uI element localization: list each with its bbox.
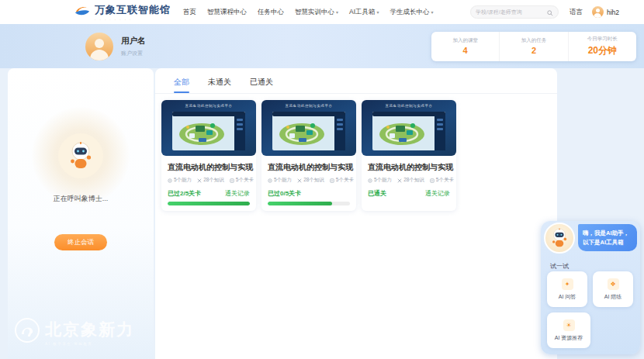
brand-subtitle: · · · · · · · · [95, 18, 171, 22]
brand-name: 万象互联智能馆 [95, 3, 171, 17]
course-title: 直流电动机的控制与实现 [368, 162, 450, 173]
stat-joined-tasks: 加入的任务 2 [499, 32, 567, 61]
stat-study-time: 今日学习时长 20分钟 [568, 32, 636, 61]
knowledge-icon [297, 178, 302, 183]
chevron-down-icon: ▾ [336, 10, 338, 15]
knowledge-icon [197, 178, 202, 183]
course-meta: 5个能力 28个知识 5个关卡 [268, 177, 350, 184]
brand-watermark: 北京象新力 AI·数字孪生·智能教育 [14, 317, 134, 347]
ai-practice-icon: ❖ [608, 278, 619, 290]
course-meta: 5个能力 28个知识 5个关卡 [368, 177, 450, 184]
level-icon [330, 178, 334, 183]
user-avatar[interactable] [592, 6, 604, 18]
menu-item-home[interactable]: 首页 [183, 8, 196, 17]
global-search[interactable] [470, 5, 559, 19]
ability-icon [368, 178, 372, 183]
progress-bar [168, 202, 250, 205]
ability-icon [268, 178, 272, 183]
user-menu[interactable]: hih2 [592, 6, 619, 18]
ability-icon [168, 178, 172, 183]
progress-bar [268, 202, 350, 205]
tab-passed[interactable]: 已通关 [250, 77, 273, 93]
ai-resources-icon: ☀ [563, 319, 575, 331]
tool-ai-practice[interactable]: ❖ AI 陪练 [593, 271, 633, 307]
watermark-subtitle: AI·数字孪生·智能教育 [45, 342, 134, 346]
menu-item-training[interactable]: 智慧实训中心▾ [295, 8, 338, 17]
elephant-logo-icon [14, 317, 40, 347]
menu-item-ai-toolbox[interactable]: AI工具箱▾ [349, 8, 379, 17]
assistant-robot-avatar [58, 133, 103, 178]
try-it-label: 试一试 [550, 262, 569, 271]
progress-status: 已过2/5关卡 [168, 189, 201, 198]
stop-session-button[interactable]: 终止会话 [54, 234, 107, 250]
ai-tool-list: ✦ AI 问答 ❖ AI 陪练 ☀ AI 资源推荐 [547, 271, 635, 348]
tab-all[interactable]: 全部 [174, 77, 189, 93]
ai-toolbox-panel: 嗨，我是AI助手， 以下是AI工具箱 试一试 ✦ AI 问答 ❖ AI 陪练 ☀… [541, 221, 640, 354]
main-menu: 首页 智慧课程中心 任务中心 智慧实训中心▾ AI工具箱▾ 学生成长中心▾ [183, 8, 434, 17]
profile-name: 用户名 [121, 36, 146, 47]
course-card[interactable]: 直流电动机控制与实现平台 直流电动机的控制与实现 5个能力 28个知识 5个关卡… [261, 100, 356, 211]
ai-greeting-bubble: 嗨，我是AI助手， 以下是AI工具箱 [578, 224, 637, 251]
ai-assistant-avatar[interactable] [544, 223, 575, 254]
assistant-sidebar: 正在呼叫象博士... 终止会话 北京象新力 AI·数字孪生·智能教育 [8, 68, 154, 359]
course-thumbnail: 直流电动机控制与实现平台 [362, 100, 456, 156]
app-screen: 万象互联智能馆 · · · · · · · · 首页 智慧课程中心 任务中心 智… [0, 0, 644, 359]
search-input[interactable] [476, 9, 547, 15]
tool-ai-qa[interactable]: ✦ AI 问答 [547, 271, 587, 307]
calling-status-text: 正在呼叫象博士... [8, 194, 154, 204]
profile-avatar[interactable] [85, 33, 113, 60]
menu-item-growth[interactable]: 学生成长中心▾ [390, 8, 434, 17]
top-navbar: 万象互联智能馆 · · · · · · · · 首页 智慧课程中心 任务中心 智… [0, 0, 644, 24]
course-meta: 5个能力 28个知识 5个关卡 [168, 177, 250, 184]
course-thumbnail: 直流电动机控制与实现平台 [161, 100, 256, 156]
level-icon [430, 178, 435, 183]
profile-banner: 用户名 账户设置 加入的课堂 4 加入的任务 2 今日学习时长 20分钟 [0, 24, 644, 68]
course-card-list: 直流电动机控制与实现平台 直流电动机的控制与实现 5个能力 28个知识 5个关卡… [155, 94, 557, 211]
course-title: 直流电动机的控制与实现 [268, 162, 350, 173]
stat-joined-classes: 加入的课堂 4 [431, 32, 499, 61]
language-switch[interactable]: 语言 [570, 8, 583, 17]
knowledge-icon [397, 178, 402, 183]
ai-qa-icon: ✦ [562, 278, 573, 290]
level-icon [230, 178, 234, 183]
progress-status: 已通关 [368, 189, 386, 198]
course-card[interactable]: 直流电动机控制与实现平台 直流电动机的控制与实现 5个能力 28个知识 5个关卡… [362, 100, 456, 211]
tool-ai-resources[interactable]: ☀ AI 资源推荐 [547, 312, 590, 348]
progress-status: 已过0/5关卡 [268, 189, 301, 198]
chevron-down-icon: ▾ [431, 10, 434, 15]
search-icon[interactable] [547, 5, 553, 19]
username-label: hih2 [607, 9, 619, 16]
menu-item-courses[interactable]: 智慧课程中心 [207, 8, 247, 17]
assistant-glow [32, 107, 130, 205]
pass-record-link[interactable]: 通关记录 [425, 189, 450, 198]
account-settings-link[interactable]: 账户设置 [121, 50, 146, 57]
pass-record-link[interactable]: 通关记录 [225, 189, 250, 198]
filter-tabs: 全部 未通关 已通关 [155, 68, 557, 94]
course-thumbnail: 直流电动机控制与实现平台 [261, 100, 356, 156]
brand-logo[interactable]: 万象互联智能馆 · · · · · · · · [74, 3, 171, 22]
course-title: 直流电动机的控制与实现 [168, 162, 250, 173]
brand-swoosh-icon [74, 4, 91, 20]
menu-item-tasks[interactable]: 任务中心 [258, 8, 284, 17]
watermark-brand-text: 北京象新力 [45, 319, 134, 340]
course-panel: 全部 未通关 已通关 直流电动机控制与实现平台 直流电动机的控制与实现 5个能力… [155, 68, 557, 359]
tab-not-passed[interactable]: 未通关 [208, 77, 231, 93]
course-card[interactable]: 直流电动机控制与实现平台 直流电动机的控制与实现 5个能力 28个知识 5个关卡… [161, 100, 256, 211]
stats-card: 加入的课堂 4 加入的任务 2 今日学习时长 20分钟 [431, 32, 636, 61]
chevron-down-icon: ▾ [377, 10, 379, 15]
